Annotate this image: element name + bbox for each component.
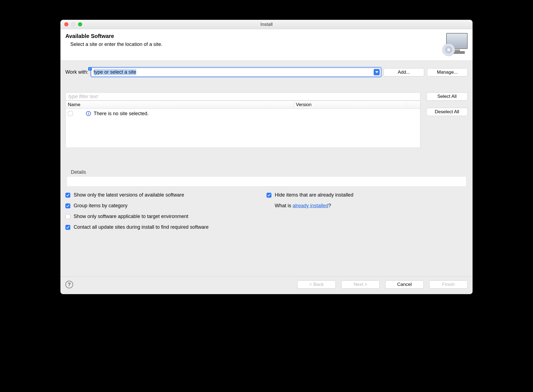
- install-dialog: Install Available Software Select a site…: [60, 20, 473, 294]
- option-applicable-only[interactable]: Show only software applicable to target …: [65, 214, 266, 219]
- close-window-icon[interactable]: [64, 22, 68, 26]
- info-icon: i: [86, 111, 91, 116]
- already-installed-link[interactable]: already installed: [293, 203, 328, 208]
- deselect-all-button[interactable]: Deselect All: [426, 108, 468, 116]
- software-table: Name Version i There is no site selected…: [65, 101, 420, 148]
- install-icon: [442, 33, 468, 57]
- checkbox-icon[interactable]: [65, 193, 70, 198]
- back-button[interactable]: < Back: [297, 280, 336, 289]
- checkbox-icon[interactable]: [65, 203, 70, 208]
- details-box: [67, 177, 466, 186]
- empty-message: There is no site selected.: [94, 111, 149, 117]
- option-show-latest[interactable]: Show only the latest versions of availab…: [65, 192, 266, 198]
- filter-input[interactable]: [65, 92, 420, 101]
- page-title: Available Software: [65, 33, 162, 39]
- window-title: Install: [60, 22, 473, 27]
- window-controls: [60, 22, 82, 26]
- row-checkbox[interactable]: [68, 111, 73, 116]
- column-name[interactable]: Name: [66, 102, 294, 107]
- what-is-installed-row: What is already installed?: [266, 203, 468, 209]
- zoom-window-icon[interactable]: [78, 22, 82, 26]
- details-label: Details: [67, 169, 466, 175]
- wizard-header: Available Software Select a site or ente…: [60, 29, 473, 61]
- option-group-category[interactable]: Group items by category: [65, 203, 266, 209]
- table-header: Name Version: [66, 101, 420, 109]
- help-icon[interactable]: ?: [65, 281, 73, 288]
- wizard-footer: ? < Back Next > Cancel Finish: [60, 276, 473, 294]
- option-hide-installed[interactable]: Hide items that are already installed: [266, 192, 468, 198]
- minimize-window-icon[interactable]: [71, 22, 75, 26]
- work-with-combo[interactable]: [91, 68, 381, 76]
- option-contact-sites[interactable]: Contact all update sites during install …: [65, 224, 266, 230]
- page-subtitle: Select a site or enter the location of a…: [65, 42, 162, 47]
- manage-button[interactable]: Manage...: [427, 68, 468, 76]
- info-badge-icon: i: [88, 67, 92, 71]
- select-all-button[interactable]: Select All: [426, 92, 468, 101]
- table-row: i There is no site selected.: [68, 110, 418, 117]
- dropdown-arrow-icon[interactable]: [374, 69, 380, 75]
- next-button[interactable]: Next >: [341, 280, 380, 289]
- column-version[interactable]: Version: [294, 102, 406, 107]
- cancel-button[interactable]: Cancel: [385, 280, 424, 289]
- work-with-input[interactable]: [91, 68, 374, 76]
- work-with-label: Work with: i: [65, 69, 88, 75]
- add-button[interactable]: Add...: [384, 68, 424, 76]
- checkbox-icon[interactable]: [65, 214, 70, 219]
- checkbox-icon[interactable]: [65, 225, 70, 230]
- checkbox-icon[interactable]: [266, 193, 271, 198]
- titlebar: Install: [60, 20, 473, 29]
- work-with-row: Work with: i Add... Manage...: [65, 68, 468, 76]
- finish-button[interactable]: Finish: [429, 280, 468, 289]
